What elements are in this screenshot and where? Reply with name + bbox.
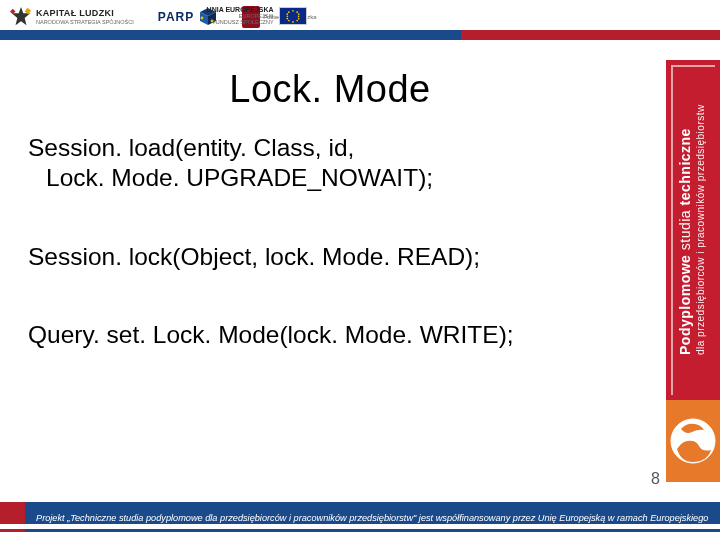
svg-point-12 xyxy=(288,11,290,13)
footer: Projekt „Techniczne studia podyplomowe d… xyxy=(0,482,720,540)
slide: KAPITAŁ LUDZKI NARODOWA STRATEGIA SPÓJNO… xyxy=(0,0,720,540)
svg-point-16 xyxy=(286,13,288,15)
svg-point-14 xyxy=(288,19,290,21)
logo-kapital-ludzki: KAPITAŁ LUDZKI NARODOWA STRATEGIA SPÓJNO… xyxy=(10,6,134,28)
slide-title: Lock. Mode xyxy=(28,68,632,111)
globe-icon xyxy=(667,415,719,467)
header: KAPITAŁ LUDZKI NARODOWA STRATEGIA SPÓJNO… xyxy=(0,0,720,60)
sidebar-bold: Podyplomowe xyxy=(677,251,693,356)
code-line-3: Query. set. Lock. Mode(lock. Mode. WRITE… xyxy=(28,320,632,350)
code-line-2: Session. lock(Object, lock. Mode. READ); xyxy=(28,242,632,272)
logo-eu: UNIA EUROPEJSKA EUROPEJSKI FUNDUSZ SPOŁE… xyxy=(207,6,307,25)
eu-flag-icon xyxy=(279,7,307,25)
sidebar-text: Podyplomowe studia techniczne dla przeds… xyxy=(666,60,720,400)
logo-row: KAPITAŁ LUDZKI NARODOWA STRATEGIA SPÓJNO… xyxy=(10,6,317,28)
sidebar-rest: studia xyxy=(677,206,693,251)
svg-point-9 xyxy=(292,21,294,23)
eu-title: UNIA EUROPEJSKA xyxy=(207,6,274,13)
kapital-subtitle: NARODOWA STRATEGIA SPÓJNOŚCI xyxy=(36,19,134,25)
svg-point-11 xyxy=(297,15,299,17)
code-line-1: Session. load(entity. Class, id, Lock. M… xyxy=(28,133,632,194)
svg-point-13 xyxy=(296,11,298,13)
svg-point-15 xyxy=(296,19,298,21)
sidebar-accent: techniczne xyxy=(677,128,693,205)
code-line-1b: Lock. Mode. UPGRADE_NOWAIT); xyxy=(28,163,433,193)
sidebar: Podyplomowe studia techniczne dla przeds… xyxy=(666,60,720,482)
sidebar-banner: Podyplomowe studia techniczne dla przeds… xyxy=(666,60,720,400)
svg-point-19 xyxy=(298,17,300,19)
kapital-title: KAPITAŁ LUDZKI xyxy=(36,8,114,18)
sidebar-sub: dla przedsiębiorców i pracowników przeds… xyxy=(695,105,706,356)
svg-point-18 xyxy=(286,17,288,19)
content: Lock. Mode Session. load(entity. Class, … xyxy=(0,64,660,482)
sidebar-orange xyxy=(666,400,720,482)
svg-marker-2 xyxy=(25,8,31,14)
parp-label: PARP xyxy=(158,11,194,23)
footer-text: Projekt „Techniczne studia podyplomowe d… xyxy=(36,513,710,523)
svg-point-8 xyxy=(292,9,294,11)
footer-thin-bar xyxy=(0,529,720,532)
code-line-1a: Session. load(entity. Class, id, xyxy=(28,134,354,161)
svg-point-17 xyxy=(298,13,300,15)
eu-subtitle: EUROPEJSKI FUNDUSZ SPOŁECZNY xyxy=(207,13,274,25)
kapital-star-icon xyxy=(10,6,32,28)
header-stripe xyxy=(0,30,720,40)
svg-point-10 xyxy=(286,15,288,17)
svg-point-6 xyxy=(201,17,204,20)
